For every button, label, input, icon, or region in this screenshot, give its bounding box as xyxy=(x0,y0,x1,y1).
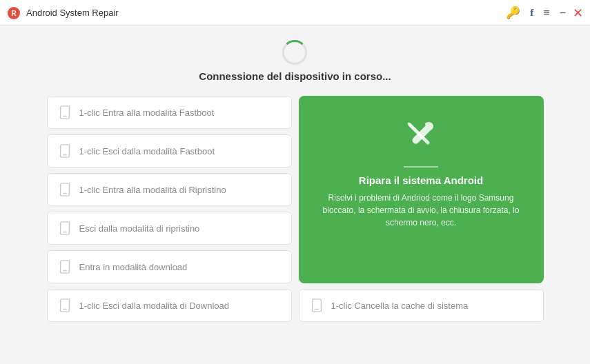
titlebar-action-icons: 🔑 f ≡ xyxy=(506,6,549,20)
phone-icon xyxy=(57,182,72,197)
list-item[interactable]: 1-clic Esci dalla modalità Fastboot xyxy=(47,134,292,168)
loading-spinner xyxy=(282,40,307,65)
list-item-label: 1-clic Entra alla modalità di Ripristino xyxy=(79,185,226,195)
connection-status: Connessione del dispositivo in corso... xyxy=(199,40,391,82)
svg-rect-16 xyxy=(312,299,321,312)
connection-text: Connessione del dispositivo in corso... xyxy=(199,70,391,82)
list-item-label: 1-clic Esci dalla modalità di Download xyxy=(79,301,230,311)
svg-rect-10 xyxy=(60,261,69,273)
minimize-button[interactable]: − xyxy=(560,7,566,19)
featured-description: Risolvi i problemi di Andriod come il lo… xyxy=(313,192,530,229)
close-button[interactable]: ✕ xyxy=(573,6,583,21)
list-item[interactable]: 1-clic Entra alla modalità Fastboot xyxy=(47,96,292,129)
phone-icon xyxy=(57,298,72,313)
list-item-label: 1-clic Esci dalla modalità Fastboot xyxy=(79,146,215,156)
list-item-label: Esci dalla modalità di ripristino xyxy=(79,223,200,234)
featured-divider xyxy=(404,166,438,168)
bottom-right-item[interactable]: 1-clic Cancella la cache di sistema xyxy=(299,289,544,322)
featured-card[interactable]: Ripara il sistema Android Risolvi i prob… xyxy=(299,96,544,283)
right-column: Ripara il sistema Android Risolvi i prob… xyxy=(299,96,544,322)
svg-rect-8 xyxy=(60,222,69,234)
phone-icon xyxy=(57,259,72,274)
left-column: 1-clic Entra alla modalità Fastboot 1-cl… xyxy=(47,96,292,322)
list-item[interactable]: 1-clic Esci dalla modalità di Download xyxy=(47,289,292,322)
svg-rect-12 xyxy=(60,299,69,312)
titlebar: R Android System Repair 🔑 f ≡ − ✕ xyxy=(0,0,590,26)
window-controls: − ✕ xyxy=(560,6,583,21)
main-area: Connessione del dispositivo in corso... … xyxy=(0,26,590,364)
svg-line-15 xyxy=(409,123,413,128)
app-title: Android System Repair xyxy=(26,8,506,18)
list-item-label: 1-clic Entra alla modalità Fastboot xyxy=(79,108,215,118)
svg-rect-6 xyxy=(60,183,69,196)
content-grid: 1-clic Entra alla modalità Fastboot 1-cl… xyxy=(47,96,544,322)
phone-icon xyxy=(57,105,72,120)
list-item[interactable]: 1-clic Entra alla modalità di Ripristino xyxy=(47,173,292,206)
list-item[interactable]: Entra in modalità download xyxy=(47,250,292,283)
repair-icon xyxy=(402,117,440,158)
featured-title: Ripara il sistema Android xyxy=(359,174,483,186)
facebook-icon[interactable]: f xyxy=(530,7,533,19)
phone-icon xyxy=(57,221,72,236)
phone-icon-small xyxy=(309,298,324,313)
svg-text:R: R xyxy=(11,10,17,17)
menu-icon[interactable]: ≡ xyxy=(543,7,549,19)
key-icon[interactable]: 🔑 xyxy=(506,6,520,20)
phone-icon xyxy=(57,143,72,159)
list-item[interactable]: Esci dalla modalità di ripristino xyxy=(47,212,292,245)
list-item-label: Entra in modalità download xyxy=(79,262,188,272)
bottom-right-label: 1-clic Cancella la cache di sistema xyxy=(331,301,469,311)
app-logo: R xyxy=(7,6,21,20)
svg-rect-2 xyxy=(60,106,69,119)
svg-rect-4 xyxy=(60,145,69,157)
